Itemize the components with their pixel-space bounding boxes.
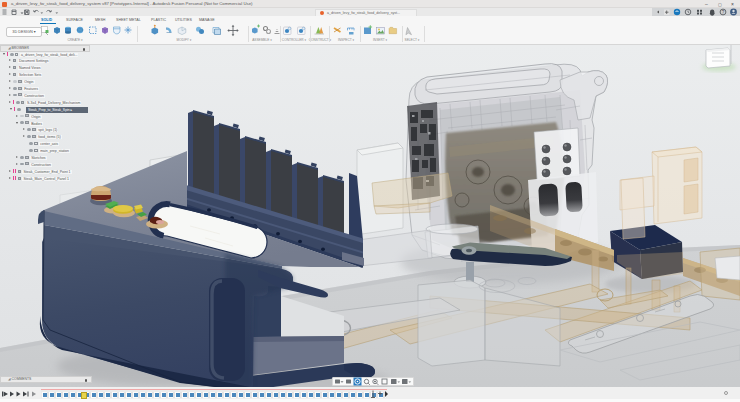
svg-text:?: ?	[722, 10, 725, 15]
